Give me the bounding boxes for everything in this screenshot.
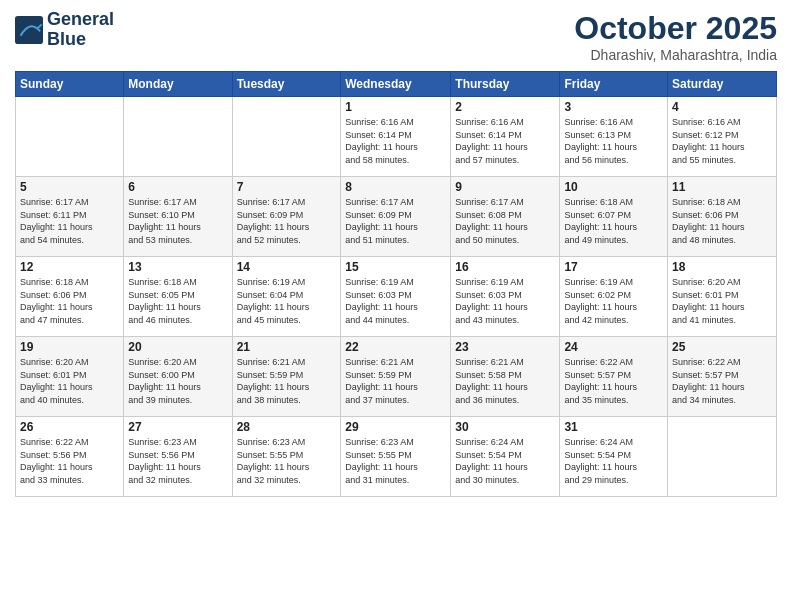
calendar-cell: 15Sunrise: 6:19 AMSunset: 6:03 PMDayligh… xyxy=(341,257,451,337)
day-info: Sunrise: 6:20 AMSunset: 6:01 PMDaylight:… xyxy=(20,356,119,406)
day-number: 10 xyxy=(564,180,663,194)
calendar-cell: 13Sunrise: 6:18 AMSunset: 6:05 PMDayligh… xyxy=(124,257,232,337)
day-number: 30 xyxy=(455,420,555,434)
day-number: 22 xyxy=(345,340,446,354)
weekday-header-thursday: Thursday xyxy=(451,72,560,97)
day-info: Sunrise: 6:19 AMSunset: 6:02 PMDaylight:… xyxy=(564,276,663,326)
calendar-cell: 24Sunrise: 6:22 AMSunset: 5:57 PMDayligh… xyxy=(560,337,668,417)
day-number: 31 xyxy=(564,420,663,434)
week-row-2: 5Sunrise: 6:17 AMSunset: 6:11 PMDaylight… xyxy=(16,177,777,257)
calendar-cell: 11Sunrise: 6:18 AMSunset: 6:06 PMDayligh… xyxy=(668,177,777,257)
day-number: 19 xyxy=(20,340,119,354)
day-number: 20 xyxy=(128,340,227,354)
calendar-cell: 19Sunrise: 6:20 AMSunset: 6:01 PMDayligh… xyxy=(16,337,124,417)
day-info: Sunrise: 6:22 AMSunset: 5:56 PMDaylight:… xyxy=(20,436,119,486)
calendar-cell: 14Sunrise: 6:19 AMSunset: 6:04 PMDayligh… xyxy=(232,257,341,337)
day-info: Sunrise: 6:19 AMSunset: 6:03 PMDaylight:… xyxy=(345,276,446,326)
calendar-cell xyxy=(668,417,777,497)
weekday-header-friday: Friday xyxy=(560,72,668,97)
calendar-cell xyxy=(16,97,124,177)
logo-text: General Blue xyxy=(47,10,114,50)
calendar-cell: 29Sunrise: 6:23 AMSunset: 5:55 PMDayligh… xyxy=(341,417,451,497)
day-number: 15 xyxy=(345,260,446,274)
weekday-header-row: SundayMondayTuesdayWednesdayThursdayFrid… xyxy=(16,72,777,97)
day-info: Sunrise: 6:21 AMSunset: 5:59 PMDaylight:… xyxy=(345,356,446,406)
calendar-cell: 7Sunrise: 6:17 AMSunset: 6:09 PMDaylight… xyxy=(232,177,341,257)
day-number: 27 xyxy=(128,420,227,434)
weekday-header-wednesday: Wednesday xyxy=(341,72,451,97)
week-row-4: 19Sunrise: 6:20 AMSunset: 6:01 PMDayligh… xyxy=(16,337,777,417)
weekday-header-saturday: Saturday xyxy=(668,72,777,97)
calendar-cell: 18Sunrise: 6:20 AMSunset: 6:01 PMDayligh… xyxy=(668,257,777,337)
calendar-cell xyxy=(232,97,341,177)
calendar-cell: 10Sunrise: 6:18 AMSunset: 6:07 PMDayligh… xyxy=(560,177,668,257)
calendar-cell: 2Sunrise: 6:16 AMSunset: 6:14 PMDaylight… xyxy=(451,97,560,177)
logo: General Blue xyxy=(15,10,114,50)
day-info: Sunrise: 6:23 AMSunset: 5:56 PMDaylight:… xyxy=(128,436,227,486)
day-number: 13 xyxy=(128,260,227,274)
calendar-table: SundayMondayTuesdayWednesdayThursdayFrid… xyxy=(15,71,777,497)
day-info: Sunrise: 6:19 AMSunset: 6:04 PMDaylight:… xyxy=(237,276,337,326)
day-number: 26 xyxy=(20,420,119,434)
weekday-header-sunday: Sunday xyxy=(16,72,124,97)
day-number: 28 xyxy=(237,420,337,434)
day-number: 24 xyxy=(564,340,663,354)
day-info: Sunrise: 6:16 AMSunset: 6:12 PMDaylight:… xyxy=(672,116,772,166)
day-number: 25 xyxy=(672,340,772,354)
day-number: 6 xyxy=(128,180,227,194)
calendar-cell: 30Sunrise: 6:24 AMSunset: 5:54 PMDayligh… xyxy=(451,417,560,497)
day-number: 12 xyxy=(20,260,119,274)
header: General Blue October 2025 Dharashiv, Mah… xyxy=(15,10,777,63)
day-info: Sunrise: 6:24 AMSunset: 5:54 PMDaylight:… xyxy=(564,436,663,486)
day-info: Sunrise: 6:22 AMSunset: 5:57 PMDaylight:… xyxy=(564,356,663,406)
day-info: Sunrise: 6:19 AMSunset: 6:03 PMDaylight:… xyxy=(455,276,555,326)
calendar-cell: 1Sunrise: 6:16 AMSunset: 6:14 PMDaylight… xyxy=(341,97,451,177)
calendar-cell xyxy=(124,97,232,177)
day-number: 4 xyxy=(672,100,772,114)
calendar-cell: 22Sunrise: 6:21 AMSunset: 5:59 PMDayligh… xyxy=(341,337,451,417)
calendar-cell: 9Sunrise: 6:17 AMSunset: 6:08 PMDaylight… xyxy=(451,177,560,257)
day-number: 11 xyxy=(672,180,772,194)
day-number: 1 xyxy=(345,100,446,114)
day-number: 9 xyxy=(455,180,555,194)
day-number: 14 xyxy=(237,260,337,274)
calendar-cell: 20Sunrise: 6:20 AMSunset: 6:00 PMDayligh… xyxy=(124,337,232,417)
day-info: Sunrise: 6:17 AMSunset: 6:11 PMDaylight:… xyxy=(20,196,119,246)
day-info: Sunrise: 6:24 AMSunset: 5:54 PMDaylight:… xyxy=(455,436,555,486)
day-info: Sunrise: 6:18 AMSunset: 6:06 PMDaylight:… xyxy=(672,196,772,246)
weekday-header-monday: Monday xyxy=(124,72,232,97)
week-row-5: 26Sunrise: 6:22 AMSunset: 5:56 PMDayligh… xyxy=(16,417,777,497)
calendar-cell: 25Sunrise: 6:22 AMSunset: 5:57 PMDayligh… xyxy=(668,337,777,417)
day-number: 2 xyxy=(455,100,555,114)
week-row-1: 1Sunrise: 6:16 AMSunset: 6:14 PMDaylight… xyxy=(16,97,777,177)
day-info: Sunrise: 6:17 AMSunset: 6:09 PMDaylight:… xyxy=(237,196,337,246)
day-number: 8 xyxy=(345,180,446,194)
calendar-cell: 31Sunrise: 6:24 AMSunset: 5:54 PMDayligh… xyxy=(560,417,668,497)
day-info: Sunrise: 6:18 AMSunset: 6:06 PMDaylight:… xyxy=(20,276,119,326)
day-info: Sunrise: 6:16 AMSunset: 6:14 PMDaylight:… xyxy=(455,116,555,166)
day-info: Sunrise: 6:20 AMSunset: 6:01 PMDaylight:… xyxy=(672,276,772,326)
day-info: Sunrise: 6:17 AMSunset: 6:08 PMDaylight:… xyxy=(455,196,555,246)
week-row-3: 12Sunrise: 6:18 AMSunset: 6:06 PMDayligh… xyxy=(16,257,777,337)
day-info: Sunrise: 6:20 AMSunset: 6:00 PMDaylight:… xyxy=(128,356,227,406)
day-info: Sunrise: 6:21 AMSunset: 5:58 PMDaylight:… xyxy=(455,356,555,406)
calendar-cell: 27Sunrise: 6:23 AMSunset: 5:56 PMDayligh… xyxy=(124,417,232,497)
month-title: October 2025 xyxy=(574,10,777,47)
day-number: 23 xyxy=(455,340,555,354)
title-section: October 2025 Dharashiv, Maharashtra, Ind… xyxy=(574,10,777,63)
day-info: Sunrise: 6:18 AMSunset: 6:05 PMDaylight:… xyxy=(128,276,227,326)
day-info: Sunrise: 6:23 AMSunset: 5:55 PMDaylight:… xyxy=(237,436,337,486)
day-number: 21 xyxy=(237,340,337,354)
day-info: Sunrise: 6:17 AMSunset: 6:10 PMDaylight:… xyxy=(128,196,227,246)
calendar-cell: 6Sunrise: 6:17 AMSunset: 6:10 PMDaylight… xyxy=(124,177,232,257)
day-info: Sunrise: 6:21 AMSunset: 5:59 PMDaylight:… xyxy=(237,356,337,406)
day-number: 29 xyxy=(345,420,446,434)
day-info: Sunrise: 6:23 AMSunset: 5:55 PMDaylight:… xyxy=(345,436,446,486)
day-info: Sunrise: 6:16 AMSunset: 6:14 PMDaylight:… xyxy=(345,116,446,166)
calendar-cell: 26Sunrise: 6:22 AMSunset: 5:56 PMDayligh… xyxy=(16,417,124,497)
day-info: Sunrise: 6:17 AMSunset: 6:09 PMDaylight:… xyxy=(345,196,446,246)
calendar-cell: 12Sunrise: 6:18 AMSunset: 6:06 PMDayligh… xyxy=(16,257,124,337)
logo-icon xyxy=(15,16,43,44)
calendar-cell: 5Sunrise: 6:17 AMSunset: 6:11 PMDaylight… xyxy=(16,177,124,257)
calendar-cell: 8Sunrise: 6:17 AMSunset: 6:09 PMDaylight… xyxy=(341,177,451,257)
